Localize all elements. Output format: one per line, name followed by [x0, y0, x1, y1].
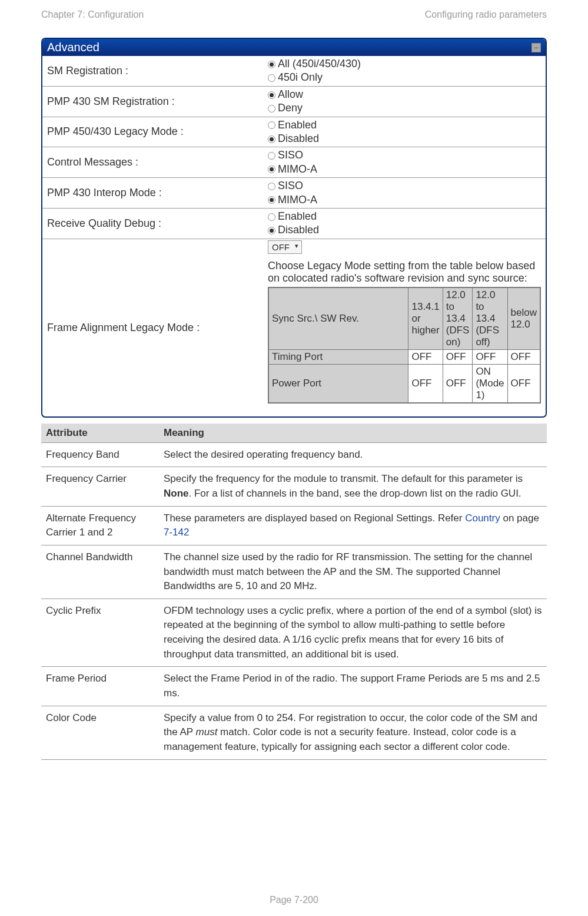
radio-label: Enabled: [278, 119, 317, 131]
header-section: Configuring radio parameters: [425, 9, 547, 20]
radio-label: SISO: [278, 180, 303, 191]
panel-title: Advanced: [47, 41, 99, 54]
attr-name: Cyclic Prefix: [41, 598, 159, 667]
legacy-mode-select[interactable]: OFF: [268, 240, 302, 254]
table-row: Timing Port OFF OFF OFF OFF: [268, 349, 540, 364]
radio-icon[interactable]: [268, 152, 275, 160]
table-cell: OFF: [443, 349, 473, 364]
table-cell: ON (Mode 1): [473, 364, 507, 403]
page-link[interactable]: 7-142: [164, 527, 189, 538]
attr-meaning: Specify the frequency for the module to …: [159, 467, 547, 506]
table-cell: OFF: [443, 364, 473, 403]
attr-meaning: OFDM technology uses a cyclic prefix, wh…: [159, 598, 547, 667]
table-row: Channel Bandwidth The channel size used …: [41, 545, 547, 598]
collapse-icon[interactable]: −: [531, 43, 541, 52]
table-cell: OFF: [507, 364, 540, 403]
attr-name: Frequency Band: [41, 442, 159, 467]
attr-name: Channel Bandwidth: [41, 545, 159, 598]
radio-label: Enabled: [278, 210, 317, 222]
table-header: Sync Src.\ SW Rev.: [268, 287, 408, 350]
setting-label: PMP 430 SM Registration :: [42, 86, 263, 117]
radio-icon[interactable]: [268, 213, 275, 221]
radio-label: MIMO-A: [278, 194, 317, 206]
table-row: Frame Period Select the Frame Period in …: [41, 667, 547, 706]
table-row: Frequency Band Select the desired operat…: [41, 442, 547, 467]
radio-label: SISO: [278, 149, 303, 161]
radio-icon[interactable]: [268, 91, 275, 99]
attr-name: Color Code: [41, 706, 159, 759]
attr-header-attribute: Attribute: [41, 424, 159, 443]
setting-row: PMP 430 SM Registration : Allow Deny: [42, 86, 546, 117]
attr-name: Alternate Frequency Carrier 1 and 2: [41, 506, 159, 545]
attr-header-meaning: Meaning: [159, 424, 547, 443]
attr-meaning: Specify a value from 0 to 254. For regis…: [159, 706, 547, 759]
radio-icon[interactable]: [268, 135, 275, 143]
radio-icon[interactable]: [268, 183, 275, 190]
radio-label: MIMO-A: [278, 163, 317, 175]
table-row: Alternate Frequency Carrier 1 and 2 Thes…: [41, 506, 547, 545]
header-chapter: Chapter 7: Configuration: [41, 9, 144, 20]
table-cell: Power Port: [268, 364, 408, 403]
setting-row: Control Messages : SISO MIMO-A: [42, 147, 546, 178]
setting-label: SM Registration :: [42, 56, 263, 86]
setting-row: Receive Quality Debug : Enabled Disabled: [42, 208, 546, 239]
table-row: Cyclic Prefix OFDM technology uses a cyc…: [41, 598, 547, 667]
attr-meaning: These parameters are displayed based on …: [159, 506, 547, 545]
attribute-table: Attribute Meaning Frequency Band Select …: [41, 424, 547, 760]
setting-label: Control Messages :: [42, 147, 263, 178]
radio-icon[interactable]: [268, 227, 275, 234]
table-cell: OFF: [473, 349, 507, 364]
radio-icon[interactable]: [268, 61, 275, 68]
table-header: below 12.0: [507, 287, 540, 350]
radio-label: All (450i/450/430): [278, 58, 361, 70]
setting-row: SM Registration : All (450i/450/430) 450…: [42, 56, 546, 86]
table-header: 13.4.1 or higher: [408, 287, 443, 350]
table-header: 12.0 to 13.4 (DFS on): [443, 287, 473, 350]
setting-label: Receive Quality Debug :: [42, 208, 263, 239]
legacy-help-text: Choose Legacy Mode setting from the tabl…: [268, 260, 541, 285]
radio-label: Disabled: [278, 224, 319, 236]
attr-meaning: Select the desired operating frequency b…: [159, 442, 547, 467]
radio-icon[interactable]: [268, 121, 275, 129]
attr-name: Frame Period: [41, 667, 159, 706]
radio-icon[interactable]: [268, 74, 275, 82]
country-link[interactable]: Country: [465, 512, 500, 524]
table-row: Color Code Specify a value from 0 to 254…: [41, 706, 547, 759]
radio-label: Allow: [278, 88, 303, 100]
table-row: Frequency Carrier Specify the frequency …: [41, 467, 547, 506]
advanced-panel: Advanced − SM Registration : All (450i/4…: [41, 38, 547, 418]
legacy-mode-table: Sync Src.\ SW Rev. 13.4.1 or higher 12.0…: [268, 287, 541, 404]
attr-meaning: Select the Frame Period in of the radio.…: [159, 667, 547, 706]
radio-icon[interactable]: [268, 196, 275, 204]
setting-label: PMP 450/430 Legacy Mode :: [42, 117, 263, 147]
radio-icon[interactable]: [268, 105, 275, 113]
table-header: 12.0 to 13.4 (DFS off): [473, 287, 507, 350]
attr-name: Frequency Carrier: [41, 467, 159, 506]
radio-label: Deny: [278, 102, 303, 114]
setting-row: Frame Alignment Legacy Mode : OFF Choose…: [42, 239, 546, 416]
table-cell: OFF: [408, 364, 443, 403]
table-cell: Timing Port: [268, 349, 408, 364]
setting-row: PMP 450/430 Legacy Mode : Enabled Disabl…: [42, 117, 546, 147]
attr-meaning: The channel size used by the radio for R…: [159, 545, 547, 598]
table-cell: OFF: [408, 349, 443, 364]
radio-label: Disabled: [278, 133, 319, 144]
table-row: Power Port OFF OFF ON (Mode 1) OFF: [268, 364, 540, 403]
page-footer: Page 7-200: [0, 895, 588, 905]
setting-label: Frame Alignment Legacy Mode :: [42, 239, 263, 416]
table-cell: OFF: [507, 349, 540, 364]
radio-icon[interactable]: [268, 166, 275, 173]
setting-row: PMP 430 Interop Mode : SISO MIMO-A: [42, 178, 546, 209]
setting-label: PMP 430 Interop Mode :: [42, 178, 263, 209]
radio-label: 450i Only: [278, 71, 323, 83]
